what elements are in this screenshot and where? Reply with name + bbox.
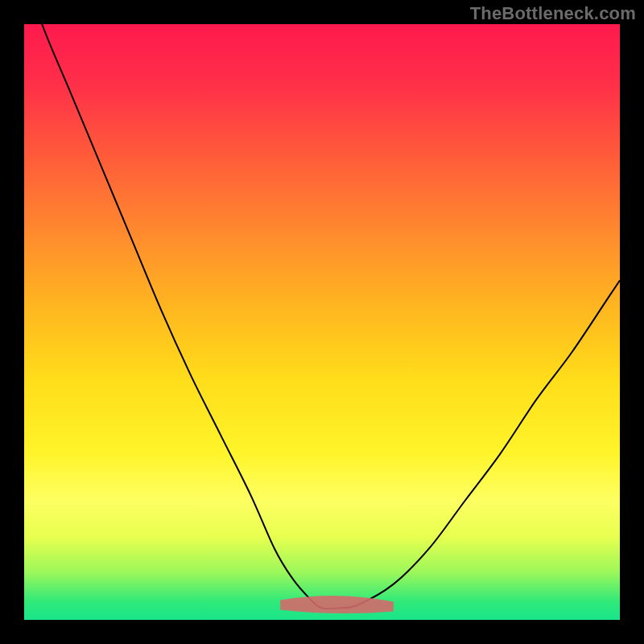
chart-frame: TheBottleneck.com [0,0,644,644]
trough-marker [280,596,394,613]
plot-area [24,24,620,620]
trough-marker-group [280,596,394,613]
bottleneck-plot [24,24,620,620]
watermark-text: TheBottleneck.com [470,3,636,24]
curve-path [24,24,620,609]
